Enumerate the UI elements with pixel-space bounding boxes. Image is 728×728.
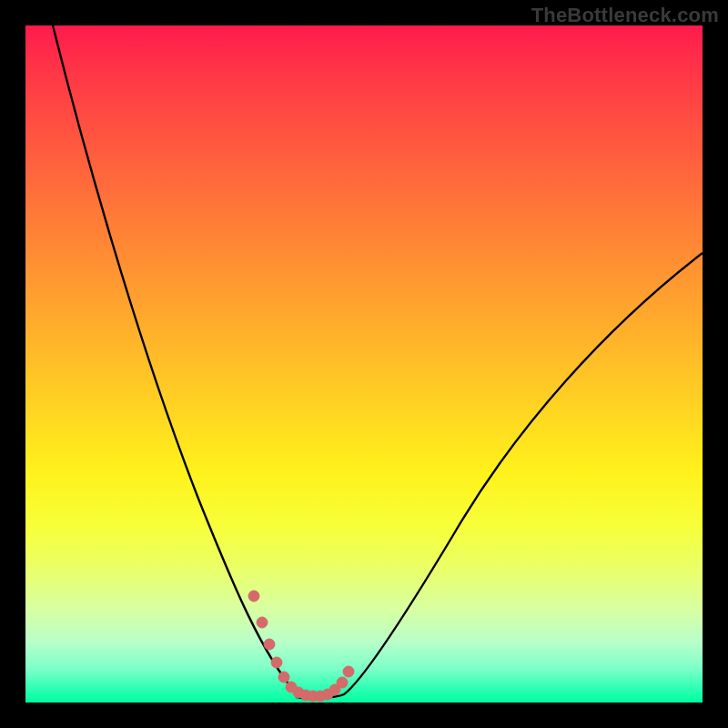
bottleneck-curve — [53, 25, 703, 698]
curve-layer — [25, 25, 703, 703]
watermark-text: TheBottleneck.com — [531, 4, 719, 27]
svg-point-12 — [337, 677, 348, 688]
chart-frame: TheBottleneck.com — [0, 0, 728, 728]
svg-point-3 — [271, 657, 282, 668]
svg-point-2 — [264, 639, 275, 650]
svg-point-4 — [278, 672, 289, 682]
minimum-markers — [248, 591, 354, 702]
svg-point-13 — [343, 666, 354, 677]
svg-point-0 — [248, 591, 259, 602]
svg-point-1 — [257, 617, 268, 628]
plot-area — [25, 25, 703, 703]
